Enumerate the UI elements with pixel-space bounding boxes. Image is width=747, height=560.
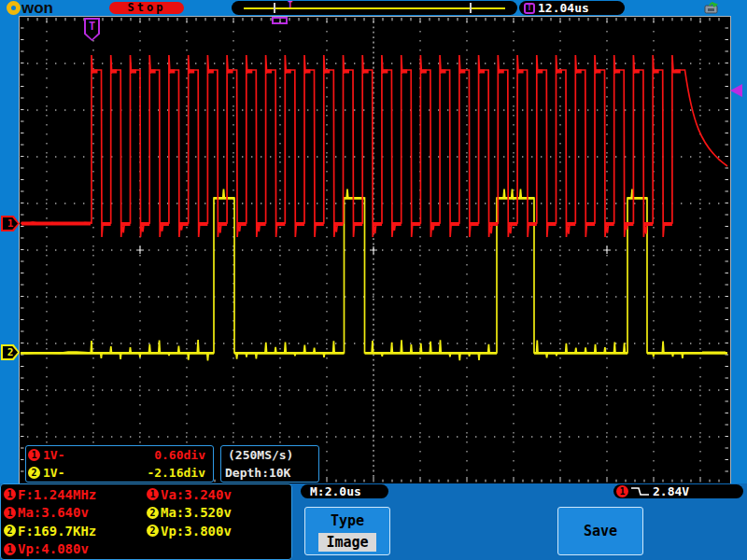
measurement-channel-badge: 1 bbox=[4, 507, 16, 519]
record-trigger-marker-icon: T bbox=[288, 1, 292, 8]
trigger-level-arrow-icon[interactable] bbox=[730, 84, 742, 97]
channel2-badge: 2 bbox=[28, 467, 40, 479]
brand-logo-ring-icon bbox=[7, 1, 21, 15]
falling-edge-icon bbox=[630, 485, 651, 497]
measurement-value: Ma:3.520v bbox=[161, 505, 232, 520]
acquisition-info-box: (250MS/s) Depth:10K bbox=[220, 445, 319, 483]
trigger-position-marker-icon bbox=[272, 17, 288, 24]
measurement-item: 1 Ma:3.640v bbox=[4, 504, 147, 523]
measurement-value: Vp:4.080v bbox=[18, 541, 89, 556]
record-position-indicator: T bbox=[232, 1, 517, 15]
measurement-item: 2 Ma:3.520v bbox=[147, 504, 289, 523]
save-button[interactable]: Save bbox=[557, 507, 643, 555]
measurement-value: Vp:3.800v bbox=[161, 524, 232, 539]
trigger-channel-badge: 1 bbox=[616, 485, 628, 497]
measurement-channel-badge: 2 bbox=[147, 525, 159, 537]
waveform-display bbox=[20, 17, 729, 483]
channel2-scale-row: 2 1V- -2.16div bbox=[26, 464, 213, 482]
oscilloscope-screen: won Stop T T 12.04us T 1 2 bbox=[0, 0, 747, 560]
measurement-value: Va:3.240v bbox=[161, 487, 232, 502]
brand-logo: won bbox=[7, 0, 53, 16]
channel2-scale: 1V- bbox=[43, 466, 64, 480]
channel1-scale: 1V- bbox=[43, 448, 64, 462]
channel-scale-box: 1 1V- 0.60div 2 1V- -2.16div bbox=[25, 445, 214, 483]
bottom-bar: 1 F:1.244MHz 1 Ma:3.640v 2 F:169.7KHz 1 … bbox=[0, 483, 747, 560]
top-bar: won Stop T T 12.04us bbox=[0, 0, 747, 16]
trigger-level-value: 2.84V bbox=[653, 484, 689, 498]
save-button-label: Save bbox=[584, 523, 617, 539]
measurement-channel-badge: 1 bbox=[4, 543, 16, 555]
sample-rate: (250MS/s) bbox=[221, 446, 318, 464]
measurement-channel-badge: 2 bbox=[147, 507, 159, 519]
type-button-value: Image bbox=[318, 533, 375, 552]
record-window-left-bracket-icon bbox=[274, 3, 279, 13]
measurement-item: 1 Va:3.240v bbox=[147, 485, 289, 504]
channel1-position: 0.60div bbox=[154, 448, 205, 462]
measurement-item: 1 F:1.244MHz bbox=[4, 485, 147, 504]
channel2-position-marker[interactable]: 2 bbox=[1, 344, 20, 360]
type-button-label: Type bbox=[331, 512, 364, 529]
channel1-position-marker[interactable]: 1 bbox=[1, 216, 20, 231]
measurement-item: 1 Vp:4.080v bbox=[4, 540, 147, 559]
record-depth: Depth:10K bbox=[221, 464, 318, 482]
measurement-value: F:1.244MHz bbox=[18, 487, 96, 502]
measurement-value: Ma:3.640v bbox=[18, 505, 89, 520]
measurement-item: 2 Vp:3.800v bbox=[147, 522, 289, 540]
type-button[interactable]: Type Image bbox=[304, 507, 390, 555]
record-line bbox=[244, 7, 505, 9]
trigger-level-readout: 1 2.84V bbox=[613, 484, 743, 498]
brand-logo-text: won bbox=[21, 1, 53, 16]
measurement-channel-badge: 1 bbox=[147, 488, 159, 500]
measurement-value: F:169.7KHz bbox=[18, 524, 96, 539]
measurement-channel-badge: 2 bbox=[4, 525, 16, 537]
channel2-position: -2.16div bbox=[147, 466, 205, 480]
trigger-t-icon: T bbox=[524, 3, 535, 14]
trigger-offset-value: 12.04us bbox=[538, 1, 589, 15]
channel1-scale-row: 1 1V- 0.60div bbox=[26, 446, 213, 464]
measurement-item: 2 F:169.7KHz bbox=[4, 522, 147, 540]
acquisition-state-button[interactable]: Stop bbox=[109, 2, 184, 14]
measurements-box: 1 F:1.244MHz 1 Ma:3.640v 2 F:169.7KHz 1 … bbox=[0, 483, 292, 560]
trigger-offset-readout: T 12.04us bbox=[519, 1, 625, 15]
channel1-badge: 1 bbox=[28, 449, 40, 461]
timebase-readout: M:2.0us bbox=[301, 484, 388, 498]
measurement-channel-badge: 1 bbox=[4, 488, 16, 500]
record-window-right-bracket-icon bbox=[470, 3, 475, 13]
